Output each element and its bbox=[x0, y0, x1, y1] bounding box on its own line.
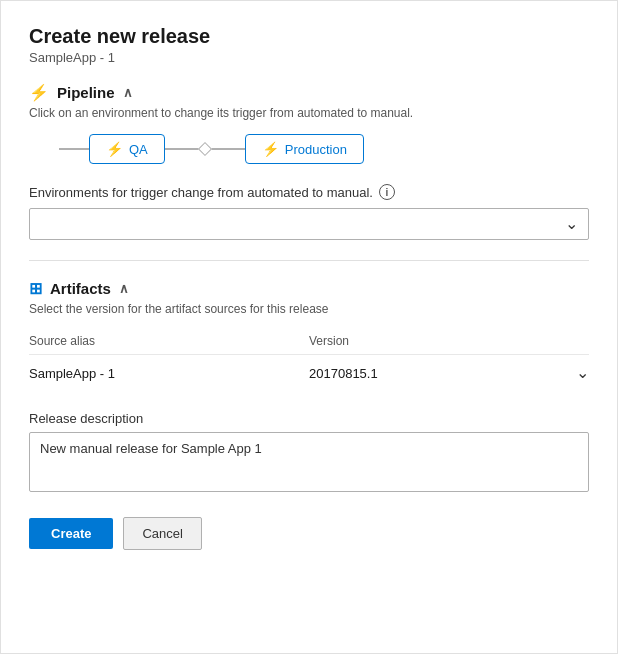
col-header-version: Version bbox=[309, 330, 589, 354]
artifacts-icon: ⊞ bbox=[29, 279, 42, 298]
stage-qa-icon: ⚡ bbox=[106, 141, 123, 157]
col-header-alias: Source alias bbox=[29, 330, 309, 354]
env-label-row: Environments for trigger change from aut… bbox=[29, 184, 589, 200]
stage-production-icon: ⚡ bbox=[262, 141, 279, 157]
create-button[interactable]: Create bbox=[29, 518, 113, 549]
pipeline-line-left bbox=[59, 148, 89, 150]
pipeline-hint: Click on an environment to change its tr… bbox=[29, 106, 589, 120]
env-dropdown-chevron bbox=[565, 216, 578, 232]
artifact-row: SampleApp - 1 20170815.1 bbox=[29, 354, 589, 391]
panel-subtitle: SampleApp - 1 bbox=[29, 50, 589, 65]
stage-production[interactable]: ⚡ Production bbox=[245, 134, 364, 164]
conn-diamond bbox=[198, 142, 212, 156]
artifact-alias: SampleApp - 1 bbox=[29, 366, 309, 381]
artifacts-section-header: ⊞ Artifacts ∧ bbox=[29, 279, 589, 298]
artifact-version-value: 20170815.1 bbox=[309, 366, 378, 381]
stage-qa-label: QA bbox=[129, 142, 148, 157]
create-release-panel: Create new release SampleApp - 1 ⚡ Pipel… bbox=[0, 0, 618, 654]
artifacts-label: Artifacts bbox=[50, 280, 111, 297]
artifacts-toggle[interactable]: ∧ bbox=[119, 281, 129, 296]
artifact-version-cell[interactable]: 20170815.1 bbox=[309, 365, 589, 381]
pipeline-connector bbox=[165, 144, 245, 154]
actions-row: Create Cancel bbox=[29, 517, 589, 550]
release-desc-section: Release description bbox=[29, 411, 589, 495]
pipeline-toggle[interactable]: ∧ bbox=[123, 85, 133, 100]
artifact-version-chevron[interactable] bbox=[576, 365, 589, 381]
pipeline-icon: ⚡ bbox=[29, 83, 49, 102]
panel-title: Create new release bbox=[29, 25, 589, 48]
release-desc-textarea[interactable] bbox=[29, 432, 589, 492]
info-icon[interactable]: i bbox=[379, 184, 395, 200]
artifact-col-headers: Source alias Version bbox=[29, 330, 589, 354]
stage-qa[interactable]: ⚡ QA bbox=[89, 134, 165, 164]
section-divider bbox=[29, 260, 589, 261]
artifact-table: Source alias Version SampleApp - 1 20170… bbox=[29, 330, 589, 391]
pipeline-section-header: ⚡ Pipeline ∧ bbox=[29, 83, 589, 102]
pipeline-section: ⚡ Pipeline ∧ Click on an environment to … bbox=[29, 83, 589, 240]
stage-production-label: Production bbox=[285, 142, 347, 157]
pipeline-label: Pipeline bbox=[57, 84, 115, 101]
env-label-text: Environments for trigger change from aut… bbox=[29, 185, 373, 200]
artifacts-section: ⊞ Artifacts ∧ Select the version for the… bbox=[29, 279, 589, 391]
cancel-button[interactable]: Cancel bbox=[123, 517, 201, 550]
release-desc-label: Release description bbox=[29, 411, 589, 426]
env-dropdown[interactable] bbox=[29, 208, 589, 240]
artifacts-hint: Select the version for the artifact sour… bbox=[29, 302, 589, 316]
pipeline-area: ⚡ QA ⚡ Production bbox=[29, 134, 589, 164]
